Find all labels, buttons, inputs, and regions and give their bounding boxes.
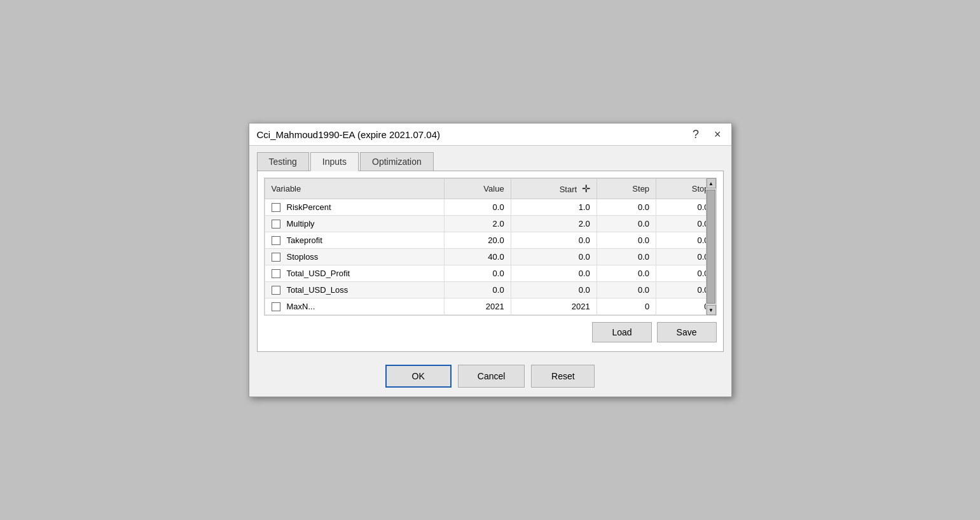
- variable-name: Takeprofit: [287, 235, 322, 245]
- variable-cell: Takeprofit: [265, 232, 445, 249]
- variable-cell: Multiply: [265, 216, 445, 232]
- reset-button[interactable]: Reset: [531, 365, 595, 388]
- scrollbar-down-btn[interactable]: ▼: [707, 305, 716, 315]
- inputs-table: Variable Value Start ✛ Step Stop: [265, 178, 716, 315]
- col-resize-icon: ✛: [582, 183, 590, 194]
- dialog-window: Cci_Mahmoud1990-EA (expire 2021.07.04) ?…: [249, 123, 732, 397]
- start-cell[interactable]: 0.0: [511, 249, 597, 265]
- load-save-section: Load Save: [264, 322, 717, 345]
- variable-cell: Total_USD_Profit: [265, 265, 445, 282]
- value-cell[interactable]: 2.0: [445, 216, 511, 232]
- step-cell[interactable]: 0.0: [597, 216, 656, 232]
- col-header-variable: Variable: [265, 179, 445, 199]
- value-cell[interactable]: 40.0: [445, 249, 511, 265]
- tab-testing[interactable]: Testing: [257, 152, 309, 171]
- variable-cell: Stoploss: [265, 249, 445, 265]
- table-row: RiskPercent 0.0 1.0 0.0 0.0: [265, 199, 715, 216]
- table-row partial-row: MaxN... 2021 2021 0 0: [265, 299, 715, 315]
- tab-content-inputs: Variable Value Start ✛ Step Stop: [257, 171, 724, 352]
- col-header-start[interactable]: Start ✛: [511, 179, 597, 199]
- step-cell[interactable]: 0.0: [597, 249, 656, 265]
- row-checkbox[interactable]: [272, 286, 280, 295]
- table-row: Stoploss 40.0 0.0 0.0 0.0: [265, 249, 715, 265]
- scrollbar-thumb[interactable]: [707, 190, 715, 304]
- row-checkbox[interactable]: [272, 269, 280, 278]
- variable-name: Stoploss: [287, 252, 319, 262]
- cancel-button[interactable]: Cancel: [458, 365, 525, 388]
- close-button[interactable]: ×: [712, 129, 724, 140]
- title-bar: Cci_Mahmoud1990-EA (expire 2021.07.04) ?…: [249, 123, 731, 146]
- variable-name: Multiply: [287, 219, 315, 228]
- table-row: Takeprofit 20.0 0.0 0.0 0.0: [265, 232, 715, 249]
- tab-optimization[interactable]: Optimization: [360, 152, 434, 171]
- variable-name: Total_USD_Loss: [287, 285, 349, 295]
- step-cell[interactable]: 0: [597, 299, 656, 315]
- step-cell[interactable]: 0.0: [597, 265, 656, 282]
- inputs-table-wrapper: Variable Value Start ✛ Step Stop: [264, 178, 717, 316]
- title-controls: ? ×: [690, 129, 724, 140]
- step-cell[interactable]: 0.0: [597, 199, 656, 216]
- help-button[interactable]: ?: [690, 129, 701, 140]
- start-cell[interactable]: 0.0: [511, 265, 597, 282]
- dialog-body: Testing Inputs Optimization Variable Val…: [249, 146, 731, 358]
- dialog-footer: OK Cancel Reset: [249, 358, 731, 397]
- tab-inputs[interactable]: Inputs: [310, 152, 359, 171]
- table-row: Total_USD_Loss 0.0 0.0 0.0 0.0: [265, 282, 715, 299]
- start-cell[interactable]: 2021: [511, 299, 597, 315]
- table-row: Multiply 2.0 2.0 0.0 0.0: [265, 216, 715, 232]
- table-header-row: Variable Value Start ✛ Step Stop: [265, 179, 715, 199]
- value-cell[interactable]: 20.0: [445, 232, 511, 249]
- step-cell[interactable]: 0.0: [597, 282, 656, 299]
- save-button[interactable]: Save: [657, 322, 717, 342]
- window-title: Cci_Mahmoud1990-EA (expire 2021.07.04): [257, 129, 441, 140]
- value-cell[interactable]: 0.0: [445, 282, 511, 299]
- variable-cell: MaxN...: [265, 299, 445, 315]
- variable-cell: Total_USD_Loss: [265, 282, 445, 299]
- variable-cell: RiskPercent: [265, 199, 445, 216]
- value-cell[interactable]: 0.0: [445, 199, 511, 216]
- variable-name: MaxN...: [287, 302, 315, 311]
- value-cell[interactable]: 2021: [445, 299, 511, 315]
- row-checkbox[interactable]: [272, 203, 280, 212]
- ok-button[interactable]: OK: [385, 365, 452, 388]
- row-checkbox[interactable]: [272, 302, 280, 311]
- start-cell[interactable]: 2.0: [511, 216, 597, 232]
- row-checkbox[interactable]: [272, 253, 280, 262]
- table-scrollbar[interactable]: ▲ ▼: [706, 178, 716, 315]
- step-cell[interactable]: 0.0: [597, 232, 656, 249]
- variable-name: RiskPercent: [287, 202, 331, 212]
- start-cell[interactable]: 1.0: [511, 199, 597, 216]
- start-cell[interactable]: 0.0: [511, 282, 597, 299]
- tabs-container: Testing Inputs Optimization: [257, 152, 724, 171]
- table-row: Total_USD_Profit 0.0 0.0 0.0 0.0: [265, 265, 715, 282]
- col-header-step: Step: [597, 179, 656, 199]
- row-checkbox[interactable]: [272, 236, 280, 245]
- col-header-value: Value: [445, 179, 511, 199]
- start-cell[interactable]: 0.0: [511, 232, 597, 249]
- variable-name: Total_USD_Profit: [287, 269, 350, 278]
- value-cell[interactable]: 0.0: [445, 265, 511, 282]
- scrollbar-up-btn[interactable]: ▲: [707, 178, 716, 188]
- row-checkbox[interactable]: [272, 220, 280, 228]
- load-button[interactable]: Load: [592, 322, 651, 342]
